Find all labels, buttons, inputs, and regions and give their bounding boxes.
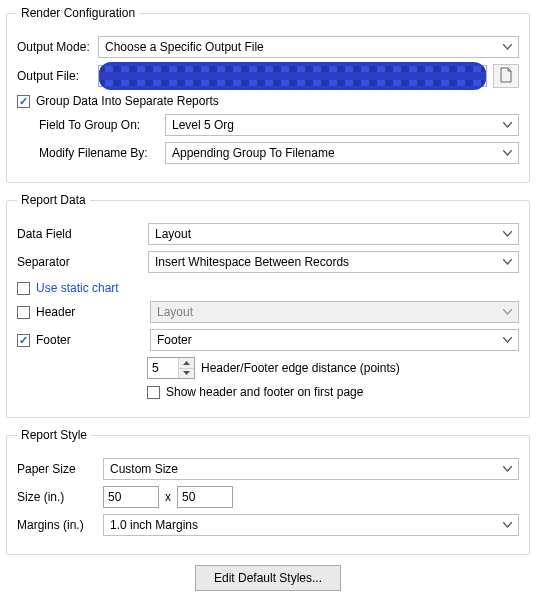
header-value: Layout xyxy=(157,305,193,319)
separator-select[interactable]: Insert Whitespace Between Records xyxy=(148,251,519,273)
report-data-group: Report Data Data Field Layout Separator … xyxy=(6,193,530,418)
output-mode-select[interactable]: Choose a Specific Output File xyxy=(98,36,519,58)
browse-file-button[interactable] xyxy=(493,64,519,88)
footer-select[interactable]: Footer xyxy=(150,329,519,351)
width-input[interactable]: 50 xyxy=(103,486,159,508)
output-file-label: Output File: xyxy=(17,69,92,83)
report-style-group: Report Style Paper Size Custom Size Size… xyxy=(6,428,530,555)
file-icon xyxy=(499,67,513,86)
show-first-page-label: Show header and footer on first page xyxy=(166,385,363,399)
footer-value: Footer xyxy=(157,333,192,347)
chevron-down-icon xyxy=(503,122,512,128)
field-to-group-value: Level 5 Org xyxy=(172,118,234,132)
edit-default-styles-button[interactable]: Edit Default Styles... xyxy=(195,565,341,591)
field-to-group-select[interactable]: Level 5 Org xyxy=(165,114,519,136)
chevron-down-icon xyxy=(503,150,512,156)
header-label: Header xyxy=(36,305,104,319)
footer-label: Footer xyxy=(36,333,104,347)
show-first-page-checkbox[interactable] xyxy=(147,386,160,399)
use-static-chart-label: Use static chart xyxy=(36,281,119,295)
redacted-region xyxy=(99,62,486,90)
render-configuration-group: Render Configuration Output Mode: Choose… xyxy=(6,6,530,183)
edge-distance-label: Header/Footer edge distance (points) xyxy=(201,361,400,375)
header-select: Layout xyxy=(150,301,519,323)
footer-checkbox[interactable] xyxy=(17,334,30,347)
output-mode-value: Choose a Specific Output File xyxy=(105,40,264,54)
header-checkbox[interactable] xyxy=(17,306,30,319)
width-value: 50 xyxy=(108,490,121,504)
chevron-down-icon xyxy=(503,44,512,50)
group-data-checkbox[interactable] xyxy=(17,95,30,108)
use-static-chart-checkbox[interactable] xyxy=(17,282,30,295)
modify-filename-select[interactable]: Appending Group To Filename xyxy=(165,142,519,164)
modify-filename-value: Appending Group To Filename xyxy=(172,146,335,160)
spinner-down-button[interactable] xyxy=(179,369,194,379)
separator-label: Separator xyxy=(17,255,102,269)
chevron-down-icon xyxy=(503,522,512,528)
paper-size-value: Custom Size xyxy=(110,462,178,476)
chevron-down-icon xyxy=(503,466,512,472)
chevron-down-icon xyxy=(503,231,512,237)
chevron-down-icon xyxy=(503,337,512,343)
data-field-label: Data Field xyxy=(17,227,102,241)
spinner-up-button[interactable] xyxy=(179,358,194,369)
height-input[interactable]: 50 xyxy=(177,486,233,508)
chevron-down-icon xyxy=(503,309,512,315)
size-by-label: x xyxy=(165,490,171,504)
data-field-value: Layout xyxy=(155,227,191,241)
output-mode-label: Output Mode: xyxy=(17,40,92,54)
render-configuration-legend: Render Configuration xyxy=(17,6,139,20)
size-label: Size (in.) xyxy=(17,490,97,504)
data-field-select[interactable]: Layout xyxy=(148,223,519,245)
field-to-group-label: Field To Group On: xyxy=(39,118,159,132)
margins-value: 1.0 inch Margins xyxy=(110,518,198,532)
report-data-legend: Report Data xyxy=(17,193,90,207)
separator-value: Insert Whitespace Between Records xyxy=(155,255,349,269)
margins-select[interactable]: 1.0 inch Margins xyxy=(103,514,519,536)
output-file-field[interactable] xyxy=(98,65,487,87)
paper-size-select[interactable]: Custom Size xyxy=(103,458,519,480)
paper-size-label: Paper Size xyxy=(17,462,97,476)
report-style-legend: Report Style xyxy=(17,428,91,442)
group-data-label: Group Data Into Separate Reports xyxy=(36,94,219,108)
modify-filename-label: Modify Filename By: xyxy=(39,146,159,160)
margins-label: Margins (in.) xyxy=(17,518,97,532)
chevron-down-icon xyxy=(503,259,512,265)
height-value: 50 xyxy=(182,490,195,504)
edge-distance-value: 5 xyxy=(148,358,178,378)
edge-distance-spinner[interactable]: 5 xyxy=(147,357,195,379)
